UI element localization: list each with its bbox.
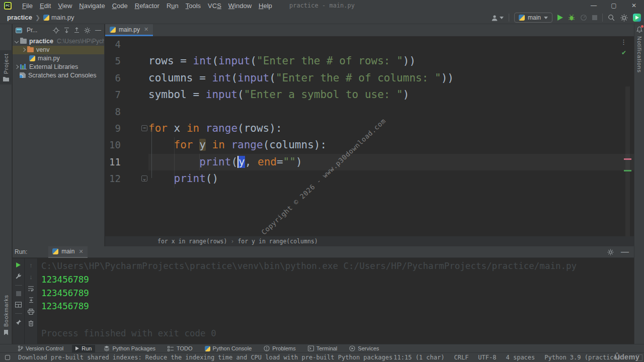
expand-all-icon[interactable] [64, 27, 69, 33]
tree-item-main-py[interactable]: main.py [13, 54, 104, 63]
soft-wrap-icon[interactable] [28, 286, 34, 292]
menu-item-code[interactable]: Code [109, 2, 131, 10]
line-number[interactable]: 5 [105, 53, 121, 69]
locate-icon[interactable] [53, 27, 59, 34]
maximize-button[interactable]: ▢ [604, 0, 624, 11]
search-everywhere-icon[interactable] [608, 14, 615, 22]
print-icon[interactable] [28, 309, 34, 315]
code-line-7[interactable]: 7symbol = input("Enter a symbol to use: … [105, 86, 634, 103]
fold-start-icon[interactable]: − [141, 125, 147, 131]
stop-button[interactable] [592, 15, 597, 20]
toolwindow-python-packages[interactable]: Python Packages [100, 345, 159, 352]
code-text[interactable] [148, 104, 634, 120]
line-number[interactable]: 6 [105, 70, 121, 86]
code-line-4[interactable]: 4 [105, 36, 634, 53]
stop-process-button[interactable] [16, 291, 21, 296]
tree-item-scratches-and-consoles[interactable]: Scratches and Consoles [13, 71, 104, 79]
menu-item-refactor[interactable]: Refactor [131, 2, 163, 10]
close-button[interactable]: ✕ [624, 0, 644, 11]
hide-run-panel-icon[interactable]: — [621, 247, 629, 256]
code-line-8[interactable]: 8 [105, 104, 634, 120]
menu-item-file[interactable]: File [19, 2, 36, 10]
run-config-wrench-icon[interactable] [15, 273, 22, 280]
tree-item-practice[interactable]: practiceC:\Users\HP\Pych [13, 37, 104, 46]
tool-stripe-notifications[interactable]: Notifications [634, 26, 644, 73]
code-text[interactable]: for y in range(columns): [148, 137, 634, 153]
code-line-12[interactable]: 12⌄ print() [105, 170, 634, 187]
menu-item-vcs[interactable]: VCS [204, 2, 225, 10]
code-line-11[interactable]: 11 print(y, end="") [105, 154, 634, 170]
toolwindow-problems[interactable]: Problems [260, 345, 299, 352]
fold-end-icon[interactable]: ⌄ [141, 175, 147, 182]
status-message[interactable]: Download pre-built shared indexes: Reduc… [18, 354, 393, 361]
toolwindow-run[interactable]: Run [72, 345, 95, 352]
background-tasks-icon[interactable] [5, 355, 10, 360]
breadcrumb-inner-loop[interactable]: for y in range(columns) [237, 238, 317, 245]
line-number[interactable]: 7 [105, 86, 121, 103]
menu-item-view[interactable]: View [54, 2, 75, 10]
toolwindow-services[interactable]: Services [346, 345, 382, 352]
up-stacktrace-icon[interactable]: ↑ [29, 262, 33, 268]
tree-item-external-libraries[interactable]: External Libraries [13, 62, 104, 71]
code-line-6[interactable]: 6columns = int(input("Enter the # of col… [105, 70, 634, 86]
scroll-to-end-icon[interactable] [28, 297, 34, 303]
indent-widget[interactable]: 4 spaces [506, 354, 535, 361]
collapse-all-icon[interactable] [74, 27, 79, 33]
pin-tab-icon[interactable] [16, 319, 22, 325]
tab-close-icon[interactable]: ✕ [144, 26, 148, 33]
code-line-9[interactable]: 9−for x in range(rows): [105, 120, 634, 137]
hide-panel-icon[interactable]: — [95, 27, 101, 34]
debug-button[interactable] [568, 14, 575, 21]
code-text[interactable]: symbol = input("Enter a symbol to use: "… [148, 86, 634, 103]
code-text[interactable]: columns = int(input("Enter the # of colu… [148, 70, 634, 86]
menu-item-tools[interactable]: Tools [182, 2, 204, 10]
line-ending-widget[interactable]: CRLF [454, 354, 468, 361]
chevron-down-icon[interactable] [14, 39, 20, 44]
tool-stripe-bookmarks[interactable]: Bookmarks [3, 295, 9, 335]
interpreter-widget[interactable]: Python 3.9 (practice) [544, 354, 621, 361]
run-tab-close-icon[interactable]: ✕ [78, 248, 83, 255]
caret-position-widget[interactable]: 11:15 (1 char) [393, 354, 444, 361]
tree-item-venv[interactable]: venv [13, 46, 104, 54]
chevron-right-icon[interactable] [14, 64, 20, 69]
line-number[interactable]: 11 [105, 154, 121, 170]
code-line-5[interactable]: 5rows = int(input("Enter the # of rows: … [105, 53, 634, 69]
down-stacktrace-icon[interactable]: ↓ [29, 274, 33, 280]
run-console-output[interactable]: C:\Users\HP\PycharmProjects\practice\ven… [38, 258, 634, 344]
line-number[interactable]: 10 [105, 137, 121, 153]
menu-item-navigate[interactable]: Navigate [75, 2, 108, 10]
chevron-right-icon[interactable] [21, 47, 27, 52]
toolwindow-todo[interactable]: TODO [164, 345, 196, 352]
menu-item-help[interactable]: Help [255, 2, 276, 10]
breadcrumb-file[interactable]: main.py [51, 14, 74, 21]
line-number[interactable]: 12 [105, 170, 121, 187]
minimize-button[interactable]: — [584, 0, 604, 11]
clear-console-trash-icon[interactable] [28, 320, 34, 326]
toolwindow-version-control[interactable]: Version Control [14, 345, 67, 352]
editor-scrollbar[interactable] [625, 86, 630, 236]
panel-settings-gear-icon[interactable] [84, 27, 91, 34]
settings-gear-icon[interactable] [620, 14, 628, 22]
breadcrumb-project[interactable]: practice [7, 14, 32, 21]
code-line-10[interactable]: 10 for y in range(columns): [105, 137, 634, 153]
toolwindow-python-console[interactable]: Python Console [201, 345, 256, 352]
user-icon[interactable] [491, 15, 504, 21]
ide-logo-icon[interactable] [633, 14, 641, 22]
code-text[interactable]: for x in range(rows): [148, 120, 634, 137]
code-editor[interactable]: 45rows = int(input("Enter the # of rows:… [105, 36, 634, 236]
menu-item-run[interactable]: Run [163, 2, 182, 10]
run-settings-gear-icon[interactable] [607, 249, 614, 255]
code-text[interactable]: print() [148, 170, 634, 187]
toolwindow-terminal[interactable]: Terminal [304, 345, 341, 352]
code-text[interactable] [148, 36, 634, 53]
line-number[interactable]: 8 [105, 104, 121, 120]
menu-item-window[interactable]: Window [225, 2, 255, 10]
tool-stripe-project[interactable]: Project [0, 50, 12, 84]
code-text[interactable]: print(y, end="") [148, 154, 634, 170]
rerun-button[interactable] [16, 262, 21, 267]
profiler-button[interactable] [580, 14, 587, 21]
restore-layout-icon[interactable] [15, 302, 22, 308]
inspections-menu-icon[interactable]: ⋮ [620, 38, 627, 46]
line-number[interactable]: 9 [105, 120, 121, 137]
code-text[interactable]: rows = int(input("Enter the # of rows: "… [148, 53, 634, 69]
